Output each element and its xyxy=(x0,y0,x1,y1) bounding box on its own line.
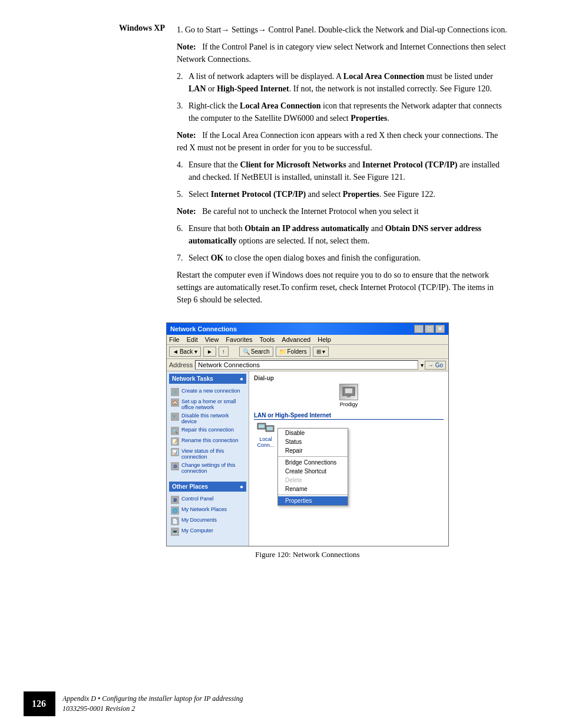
task-rename-label: Rename this connection xyxy=(181,437,239,443)
ctx-status[interactable]: Status xyxy=(278,437,348,446)
view-arrow: ▾ xyxy=(322,348,325,355)
forward-arrow-icon: ► xyxy=(207,348,213,355)
context-menu: Disable Status Repair Bridge Connections… xyxy=(277,428,348,506)
computer-icon: 💻 xyxy=(171,528,179,536)
step4-item: 4. Ensure that the Client for Microsoft … xyxy=(177,159,509,183)
content-area: Windows XP 1. Go to Start→ Settings→ Con… xyxy=(106,24,509,559)
svg-rect-6 xyxy=(267,427,273,430)
network-tasks-label: Network Tasks xyxy=(172,375,213,382)
view-btn[interactable]: ⊞ ▾ xyxy=(313,347,329,357)
step4-text: Ensure that the Client for Microsoft Net… xyxy=(189,160,500,182)
other-places-label: Other Places xyxy=(172,483,208,490)
local-conn-icon-area: Local Conn... xyxy=(254,422,277,448)
place-docs-label: My Documents xyxy=(181,517,217,523)
win-address-bar: Address Network Connections ▾ → Go xyxy=(167,359,448,371)
svg-rect-2 xyxy=(347,396,351,397)
task-rename[interactable]: 📝 Rename this connection xyxy=(171,437,244,446)
step2-num: 2. xyxy=(177,70,183,83)
place-computer[interactable]: 💻 My Computer xyxy=(171,528,244,536)
page-number: 126 xyxy=(24,691,54,716)
minimize-btn[interactable]: _ xyxy=(414,325,424,333)
network-icon: 🌐 xyxy=(171,506,179,515)
menu-advanced[interactable]: Advanced xyxy=(282,336,310,343)
menu-tools[interactable]: Tools xyxy=(260,336,275,343)
task-repair[interactable]: 🔍 Repair this connection xyxy=(171,427,244,435)
step3-num: 3. xyxy=(177,100,183,112)
back-arrow-icon: ◄ xyxy=(173,348,178,355)
setup-network-icon: 🏠 xyxy=(171,398,179,407)
search-btn[interactable]: 🔍 Search xyxy=(239,347,273,357)
steps-list-2: 4. Ensure that the Client for Microsoft … xyxy=(177,159,509,200)
place-documents[interactable]: 📄 My Documents xyxy=(171,517,244,525)
view-icon: ⊞ xyxy=(316,348,321,355)
lan-header: LAN or High-Speed Internet xyxy=(254,412,444,420)
close-btn[interactable]: ✕ xyxy=(435,325,445,333)
step2-item: 2. A list of network adapters will be di… xyxy=(177,70,509,95)
ctx-shortcut[interactable]: Create Shortcut xyxy=(278,467,348,476)
menu-file[interactable]: File xyxy=(169,336,180,343)
dial-up-section: Dial-up Prodigy xyxy=(254,375,444,407)
maximize-btn[interactable]: □ xyxy=(425,325,434,333)
forward-btn[interactable]: ► xyxy=(203,347,216,357)
address-input[interactable]: Network Connections xyxy=(195,360,418,370)
collapse-icon2[interactable]: ● xyxy=(240,483,243,490)
collapse-icon[interactable]: ● xyxy=(240,375,243,382)
step7-text: Select OK to close the open dialog boxes… xyxy=(189,253,421,262)
note2-body: If the Local Area Connection icon appear… xyxy=(177,131,498,152)
figure-caption: Figure 120: Network Connections xyxy=(106,550,509,559)
step6-item: 6. Ensure that both Obtain an IP address… xyxy=(177,222,509,247)
win-controls[interactable]: _ □ ✕ xyxy=(414,325,445,333)
lan-section: LAN or High-Speed Internet xyxy=(254,412,444,448)
step3-item: 3. Right-click the Local Area Connection… xyxy=(177,100,509,124)
note1-label: Note: xyxy=(177,42,196,51)
page-container: Windows XP 1. Go to Start→ Settings→ Con… xyxy=(0,0,562,728)
network-connections-screenshot: Network Connections _ □ ✕ File Edit View… xyxy=(166,322,449,546)
note3: Note: Be careful not to uncheck the Inte… xyxy=(177,205,509,218)
ctx-disable[interactable]: Disable xyxy=(278,429,348,437)
task-new-connection[interactable]: 🔗 Create a new connection xyxy=(171,388,244,396)
task-disable[interactable]: 🔧 Disable this network device xyxy=(171,413,244,424)
dropdown-icon[interactable]: ▾ xyxy=(421,362,424,368)
documents-icon: 📄 xyxy=(171,517,179,525)
search-icon: 🔍 xyxy=(243,348,250,355)
menu-favorites[interactable]: Favorites xyxy=(226,336,252,343)
svg-rect-4 xyxy=(259,424,265,428)
change-settings-icon: ⚙ xyxy=(171,462,179,470)
step2-text: A list of network adapters will be displ… xyxy=(189,72,493,93)
folders-btn[interactable]: 📁 Folders xyxy=(276,347,310,357)
place-network[interactable]: 🌐 My Network Places xyxy=(171,506,244,515)
menu-view[interactable]: View xyxy=(205,336,219,343)
ctx-repair[interactable]: Repair xyxy=(278,446,348,455)
place-control-panel[interactable]: 🖥 Control Panel xyxy=(171,496,244,504)
steps-list: 2. A list of network adapters will be di… xyxy=(177,70,509,124)
back-label: Back ▾ xyxy=(180,348,197,355)
note1: Note: If the Control Panel is in categor… xyxy=(177,41,509,65)
rename-icon: 📝 xyxy=(171,437,179,446)
address-label: Address xyxy=(169,361,193,368)
go-btn[interactable]: → Go xyxy=(425,361,446,370)
win-titlebar: Network Connections _ □ ✕ xyxy=(167,323,448,335)
back-btn[interactable]: ◄ Back ▾ xyxy=(169,347,201,357)
ctx-rename[interactable]: Rename xyxy=(278,485,348,493)
step5-item: 5. Select Internet Protocol (TCP/IP) and… xyxy=(177,188,509,200)
up-arrow-icon: ↑ xyxy=(222,348,225,355)
control-panel-icon: 🖥 xyxy=(171,496,179,504)
other-places-items: 🖥 Control Panel 🌐 My Network Places 📄 My… xyxy=(169,494,246,540)
note2-label: Note: xyxy=(177,131,196,140)
task-view-status[interactable]: 📊 View status of this connection xyxy=(171,448,244,460)
ctx-delete: Delete xyxy=(278,476,348,485)
menu-edit[interactable]: Edit xyxy=(187,336,198,343)
prodigy-icon-area: Prodigy xyxy=(254,384,444,407)
task-change-settings[interactable]: ⚙ Change settings of this connection xyxy=(171,462,244,474)
ctx-bridge[interactable]: Bridge Connections xyxy=(278,458,348,467)
menu-help[interactable]: Help xyxy=(318,336,331,343)
network-tasks-items: 🔗 Create a new connection 🏠 Set up a hom… xyxy=(169,386,246,478)
up-btn[interactable]: ↑ xyxy=(219,347,229,357)
other-places-header: Other Places ● xyxy=(169,482,246,492)
ctx-properties[interactable]: Properties xyxy=(278,496,348,505)
step5-text: Select Internet Protocol (TCP/IP) and se… xyxy=(189,190,435,199)
note3-body: Be careful not to uncheck the Internet P… xyxy=(202,207,418,216)
task-setup-network[interactable]: 🏠 Set up a home or small office network xyxy=(171,398,244,410)
ctx-sep1 xyxy=(278,456,348,457)
network-tasks-header: Network Tasks ● xyxy=(169,374,246,384)
